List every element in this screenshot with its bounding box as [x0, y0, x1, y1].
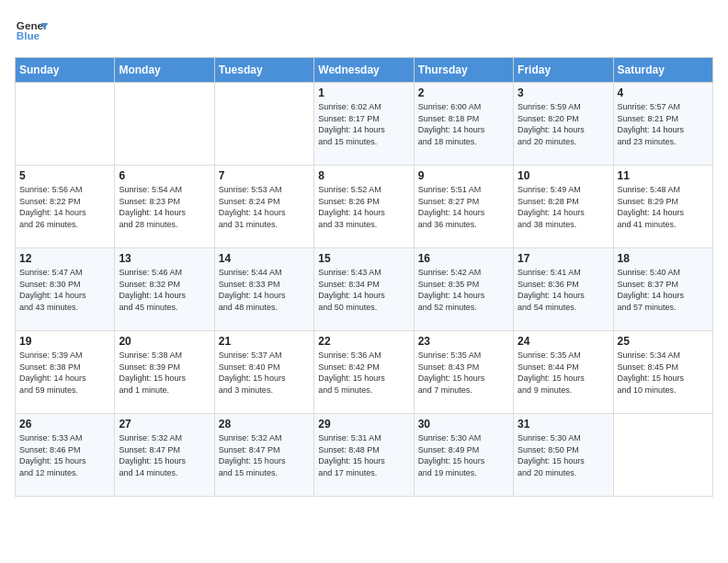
calendar-cell: [115, 83, 214, 166]
weekday-header-wednesday: Wednesday: [314, 58, 414, 83]
day-number: 6: [119, 169, 210, 182]
day-number: 8: [318, 169, 409, 182]
weekday-header-monday: Monday: [115, 58, 214, 83]
calendar-cell: 8Sunrise: 5:52 AM Sunset: 8:26 PM Daylig…: [314, 166, 414, 248]
calendar-cell: 3Sunrise: 5:59 AM Sunset: 8:20 PM Daylig…: [514, 83, 613, 166]
day-number: 26: [19, 418, 110, 431]
calendar-week-2: 5Sunrise: 5:56 AM Sunset: 8:22 PM Daylig…: [16, 166, 713, 248]
day-info: Sunrise: 5:52 AM Sunset: 8:26 PM Dayligh…: [318, 184, 409, 230]
calendar-cell: 9Sunrise: 5:51 AM Sunset: 8:27 PM Daylig…: [414, 166, 513, 248]
day-info: Sunrise: 5:39 AM Sunset: 8:38 PM Dayligh…: [19, 350, 110, 396]
day-info: Sunrise: 5:48 AM Sunset: 8:29 PM Dayligh…: [618, 184, 709, 230]
day-info: Sunrise: 5:44 AM Sunset: 8:33 PM Dayligh…: [219, 267, 310, 313]
calendar-cell: 11Sunrise: 5:48 AM Sunset: 8:29 PM Dayli…: [613, 166, 712, 248]
weekday-header-tuesday: Tuesday: [214, 58, 313, 83]
calendar-cell: 6Sunrise: 5:54 AM Sunset: 8:23 PM Daylig…: [115, 166, 214, 248]
day-info: Sunrise: 5:54 AM Sunset: 8:23 PM Dayligh…: [119, 184, 210, 230]
day-info: Sunrise: 5:57 AM Sunset: 8:21 PM Dayligh…: [618, 101, 709, 147]
calendar-cell: 7Sunrise: 5:53 AM Sunset: 8:24 PM Daylig…: [214, 166, 313, 248]
day-number: 25: [618, 335, 709, 348]
day-info: Sunrise: 5:49 AM Sunset: 8:28 PM Dayligh…: [518, 184, 609, 230]
calendar-cell: 30Sunrise: 5:30 AM Sunset: 8:49 PM Dayli…: [414, 414, 513, 497]
day-info: Sunrise: 6:00 AM Sunset: 8:18 PM Dayligh…: [418, 101, 509, 147]
calendar-cell: 2Sunrise: 6:00 AM Sunset: 8:18 PM Daylig…: [414, 83, 513, 166]
day-number: 4: [618, 86, 709, 99]
day-info: Sunrise: 5:56 AM Sunset: 8:22 PM Dayligh…: [19, 184, 110, 230]
day-number: 9: [418, 169, 509, 182]
calendar-cell: 24Sunrise: 5:35 AM Sunset: 8:44 PM Dayli…: [514, 331, 613, 414]
day-info: Sunrise: 5:30 AM Sunset: 8:49 PM Dayligh…: [418, 432, 509, 478]
logo-icon: General Blue: [15, 15, 48, 48]
day-number: 11: [618, 169, 709, 182]
day-number: 30: [418, 418, 509, 431]
day-info: Sunrise: 6:02 AM Sunset: 8:17 PM Dayligh…: [318, 101, 409, 147]
day-number: 24: [518, 335, 609, 348]
day-info: Sunrise: 5:32 AM Sunset: 8:47 PM Dayligh…: [219, 432, 310, 478]
logo: General Blue: [15, 15, 48, 48]
calendar-week-5: 26Sunrise: 5:33 AM Sunset: 8:46 PM Dayli…: [16, 414, 713, 497]
weekday-header-thursday: Thursday: [414, 58, 513, 83]
day-info: Sunrise: 5:30 AM Sunset: 8:50 PM Dayligh…: [518, 432, 609, 478]
day-number: 3: [518, 86, 609, 99]
day-info: Sunrise: 5:41 AM Sunset: 8:36 PM Dayligh…: [518, 267, 609, 313]
day-number: 20: [119, 335, 210, 348]
calendar-cell: 28Sunrise: 5:32 AM Sunset: 8:47 PM Dayli…: [214, 414, 313, 497]
day-number: 28: [219, 418, 310, 431]
day-info: Sunrise: 5:43 AM Sunset: 8:34 PM Dayligh…: [318, 267, 409, 313]
calendar-cell: 18Sunrise: 5:40 AM Sunset: 8:37 PM Dayli…: [613, 248, 712, 331]
weekday-header-friday: Friday: [514, 58, 613, 83]
day-number: 5: [19, 169, 110, 182]
day-info: Sunrise: 5:40 AM Sunset: 8:37 PM Dayligh…: [618, 267, 709, 313]
weekday-header-saturday: Saturday: [613, 58, 712, 83]
calendar-cell: 14Sunrise: 5:44 AM Sunset: 8:33 PM Dayli…: [214, 248, 313, 331]
calendar-week-1: 1Sunrise: 6:02 AM Sunset: 8:17 PM Daylig…: [16, 83, 713, 166]
calendar-cell: 10Sunrise: 5:49 AM Sunset: 8:28 PM Dayli…: [514, 166, 613, 248]
day-info: Sunrise: 5:32 AM Sunset: 8:47 PM Dayligh…: [119, 432, 210, 478]
day-info: Sunrise: 5:31 AM Sunset: 8:48 PM Dayligh…: [318, 432, 409, 478]
day-info: Sunrise: 5:35 AM Sunset: 8:44 PM Dayligh…: [518, 350, 609, 396]
calendar-cell: 27Sunrise: 5:32 AM Sunset: 8:47 PM Dayli…: [115, 414, 214, 497]
day-info: Sunrise: 5:37 AM Sunset: 8:40 PM Dayligh…: [219, 350, 310, 396]
day-number: 29: [318, 418, 409, 431]
day-number: 21: [219, 335, 310, 348]
day-info: Sunrise: 5:47 AM Sunset: 8:30 PM Dayligh…: [19, 267, 110, 313]
calendar-cell: 13Sunrise: 5:46 AM Sunset: 8:32 PM Dayli…: [115, 248, 214, 331]
calendar-week-4: 19Sunrise: 5:39 AM Sunset: 8:38 PM Dayli…: [16, 331, 713, 414]
calendar-cell: 25Sunrise: 5:34 AM Sunset: 8:45 PM Dayli…: [613, 331, 712, 414]
day-number: 31: [518, 418, 609, 431]
svg-text:Blue: Blue: [17, 29, 40, 41]
calendar-cell: 17Sunrise: 5:41 AM Sunset: 8:36 PM Dayli…: [514, 248, 613, 331]
calendar-cell: 1Sunrise: 6:02 AM Sunset: 8:17 PM Daylig…: [314, 83, 414, 166]
day-number: 23: [418, 335, 509, 348]
calendar-cell: 20Sunrise: 5:38 AM Sunset: 8:39 PM Dayli…: [115, 331, 214, 414]
calendar-cell: 23Sunrise: 5:35 AM Sunset: 8:43 PM Dayli…: [414, 331, 513, 414]
day-number: 18: [618, 252, 709, 265]
day-info: Sunrise: 5:59 AM Sunset: 8:20 PM Dayligh…: [518, 101, 609, 147]
calendar-cell: 15Sunrise: 5:43 AM Sunset: 8:34 PM Dayli…: [314, 248, 414, 331]
day-number: 1: [318, 86, 409, 99]
day-number: 13: [119, 252, 210, 265]
day-info: Sunrise: 5:51 AM Sunset: 8:27 PM Dayligh…: [418, 184, 509, 230]
day-info: Sunrise: 5:36 AM Sunset: 8:42 PM Dayligh…: [318, 350, 409, 396]
day-number: 10: [518, 169, 609, 182]
calendar-cell: 22Sunrise: 5:36 AM Sunset: 8:42 PM Dayli…: [314, 331, 414, 414]
day-info: Sunrise: 5:33 AM Sunset: 8:46 PM Dayligh…: [19, 432, 110, 478]
calendar-cell: 29Sunrise: 5:31 AM Sunset: 8:48 PM Dayli…: [314, 414, 414, 497]
day-info: Sunrise: 5:34 AM Sunset: 8:45 PM Dayligh…: [618, 350, 709, 396]
calendar-cell: 4Sunrise: 5:57 AM Sunset: 8:21 PM Daylig…: [613, 83, 712, 166]
calendar-cell: [214, 83, 313, 166]
calendar-cell: [16, 83, 115, 166]
day-info: Sunrise: 5:53 AM Sunset: 8:24 PM Dayligh…: [219, 184, 310, 230]
calendar-cell: 26Sunrise: 5:33 AM Sunset: 8:46 PM Dayli…: [16, 414, 115, 497]
calendar-cell: 19Sunrise: 5:39 AM Sunset: 8:38 PM Dayli…: [16, 331, 115, 414]
calendar-cell: 5Sunrise: 5:56 AM Sunset: 8:22 PM Daylig…: [16, 166, 115, 248]
day-number: 17: [518, 252, 609, 265]
calendar-cell: [613, 414, 712, 497]
day-number: 12: [19, 252, 110, 265]
page-header: General Blue: [15, 15, 713, 48]
day-info: Sunrise: 5:38 AM Sunset: 8:39 PM Dayligh…: [119, 350, 210, 396]
day-number: 27: [119, 418, 210, 431]
day-number: 19: [19, 335, 110, 348]
day-info: Sunrise: 5:35 AM Sunset: 8:43 PM Dayligh…: [418, 350, 509, 396]
calendar-cell: 12Sunrise: 5:47 AM Sunset: 8:30 PM Dayli…: [16, 248, 115, 331]
